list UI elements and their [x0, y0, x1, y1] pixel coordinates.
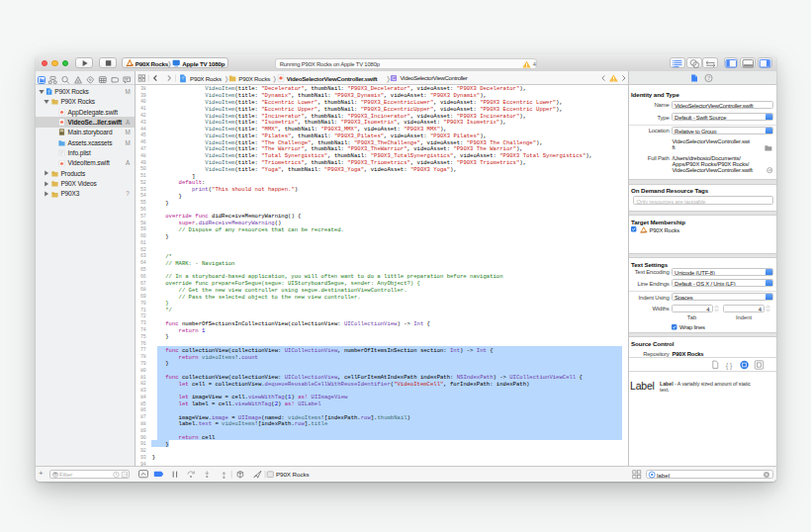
svg-text:C: C — [392, 75, 396, 81]
svg-text:{ }: { } — [726, 362, 733, 370]
svg-text:?: ? — [707, 74, 710, 81]
